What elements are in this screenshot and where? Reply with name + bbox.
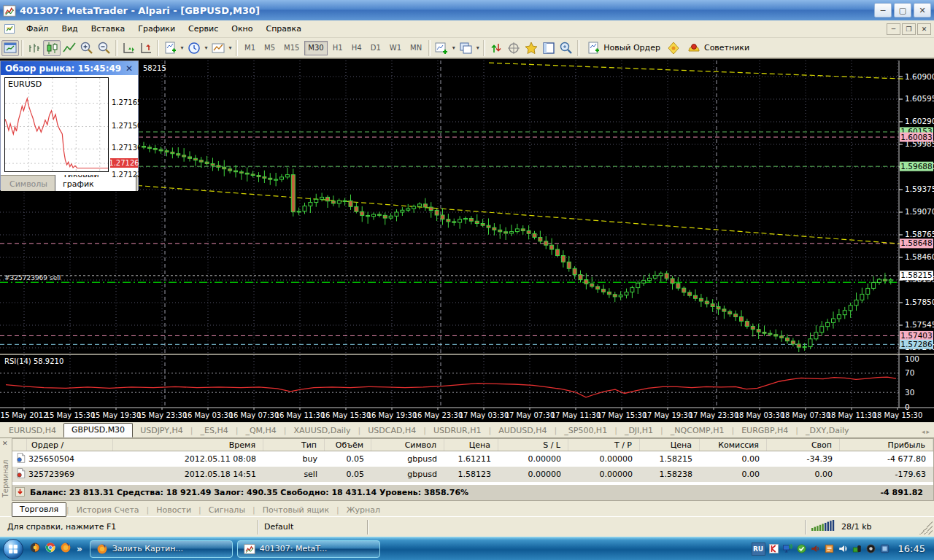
menu-справка[interactable]: Справка <box>259 22 307 36</box>
chart-tab--dxy-daily[interactable]: _DXY,Daily <box>798 424 857 438</box>
dictionary-icon[interactable] <box>824 543 835 555</box>
resize-grip[interactable] <box>918 520 933 534</box>
round-app-icon[interactable] <box>865 543 877 555</box>
chart-tab-gbpusd-m30[interactable]: GBPUSD,M30 <box>63 423 133 438</box>
metaeditor-button[interactable] <box>665 40 682 56</box>
chart-tab-usdjpy-h4[interactable]: USDJPY,H4 <box>133 424 190 438</box>
task-button-metatrader[interactable]: 401307: MetaT... <box>237 540 380 558</box>
tab-scroll-left[interactable]: ◂ <box>922 428 925 435</box>
terminal-tab-1[interactable]: История Счета <box>69 504 147 517</box>
line-chart-button[interactable] <box>61 40 78 56</box>
templates-button[interactable] <box>209 40 227 56</box>
chart-tab-eurgbp-h4[interactable]: EURGBP,H4 <box>734 424 795 438</box>
start-button[interactable] <box>3 539 23 559</box>
terminal-panel-button[interactable] <box>540 40 557 56</box>
dropdown-arrow-icon[interactable]: ▾ <box>179 40 185 56</box>
quick-launch-firefox[interactable] <box>60 542 72 556</box>
chart-window-button[interactable] <box>1 40 19 56</box>
column-header[interactable]: Цена <box>444 439 498 451</box>
terminal-tab-4[interactable]: Почтовый ящик <box>255 504 336 517</box>
green-check-icon[interactable] <box>796 543 808 555</box>
order-row[interactable]: 3257239692012.05.18 14:51sell0.05gbpusd1… <box>12 467 933 482</box>
timeframe-w1-button[interactable]: W1 <box>386 41 405 55</box>
profiles-button[interactable] <box>457 40 474 56</box>
tick-chart[interactable]: EURUSD <box>4 77 109 172</box>
chart-tab--es-h4[interactable]: _ES,H4 <box>193 424 235 438</box>
data-window-button[interactable] <box>487 40 505 56</box>
chart-tab--qm-h4[interactable]: _QM,H4 <box>238 424 283 438</box>
timeframe-m30-button[interactable]: M30 <box>304 41 327 55</box>
red-speaker-icon[interactable] <box>810 543 822 555</box>
chart-tab-eurusd-h4[interactable]: EURUSD,H4 <box>1 424 63 438</box>
dropdown-arrow-icon[interactable]: ▾ <box>450 40 457 56</box>
timeframe-m15-button[interactable]: M15 <box>280 41 303 55</box>
timeframe-d1-button[interactable]: D1 <box>367 41 385 55</box>
candlestick-chart-button[interactable] <box>43 40 61 56</box>
timeframe-m1-button[interactable]: M1 <box>241 41 259 55</box>
chart-tab-usdcad-h4[interactable]: USDCAD,H4 <box>360 424 423 438</box>
chart-tab--sp500-h1[interactable]: _SP500,H1 <box>557 424 614 438</box>
column-header[interactable]: Ордер / <box>27 439 113 451</box>
column-header[interactable]: S / L <box>498 439 568 451</box>
timeframe-m5-button[interactable]: M5 <box>260 41 279 55</box>
dropdown-arrow-icon[interactable]: ▾ <box>203 40 209 56</box>
language-indicator[interactable]: RU <box>752 542 765 556</box>
new-order-button[interactable]: Новый Ордер <box>582 40 665 56</box>
kaspersky-icon[interactable] <box>768 543 780 555</box>
chart-shift-button[interactable] <box>137 40 155 56</box>
objects-button[interactable] <box>522 40 540 56</box>
menu-вид[interactable]: Вид <box>55 22 84 36</box>
menu-окно[interactable]: Окно <box>225 22 259 36</box>
dropdown-arrow-icon[interactable]: ▾ <box>227 40 234 56</box>
indicators-button[interactable] <box>161 40 179 56</box>
tab-scroll-right[interactable]: ▸ <box>926 428 930 435</box>
chart-close-button[interactable]: ✕ <box>917 23 931 35</box>
auto-scroll-button[interactable] <box>120 40 137 56</box>
minimize-button[interactable]: ─ <box>874 3 892 18</box>
terminal-tab-5[interactable]: Журнал <box>339 504 387 517</box>
speaker-icon[interactable] <box>838 543 849 555</box>
market-watch-close-icon[interactable]: ✕ <box>123 63 135 74</box>
network-status-icon[interactable] <box>782 543 794 555</box>
dropdown-arrow-icon[interactable]: ▾ <box>474 40 481 56</box>
terminal-close-icon[interactable]: ✕ <box>2 440 8 447</box>
chart-tab-usdrur-h1[interactable]: USDRUR,H1 <box>426 424 489 438</box>
timeframe-mn-button[interactable]: MN <box>406 41 425 55</box>
column-header[interactable]: Время <box>113 439 263 451</box>
column-header[interactable]: Тип <box>263 439 325 451</box>
close-button[interactable]: ✕ <box>914 3 931 18</box>
orders-table-header[interactable]: Ордер /ВремяТипОбъёмСимволЦенаS / LT / P… <box>12 439 933 451</box>
order-row[interactable]: 3256505042012.05.11 08:08buy0.05gbpusd1.… <box>12 451 933 467</box>
task-button-firefox[interactable]: Залить Картин... <box>90 540 233 558</box>
bar-chart-button[interactable] <box>26 40 43 56</box>
new-chart-button[interactable] <box>433 40 450 56</box>
terminal-tab-trade[interactable]: Торговля <box>12 502 66 517</box>
advisors-button[interactable]: Советники <box>682 40 754 56</box>
timeframe-h1-button[interactable]: H1 <box>329 41 347 55</box>
terminal-tab-3[interactable]: Сигналы <box>201 504 252 517</box>
chart-tab-xauusd-daily[interactable]: XAUUSD,Daily <box>287 424 358 438</box>
menu-файл[interactable]: Файл <box>20 22 55 36</box>
chart-minimize-button[interactable]: ─ <box>887 23 900 35</box>
column-header[interactable]: Объём <box>325 439 371 451</box>
column-header[interactable]: Комиссия <box>700 439 767 451</box>
taskbar-clock[interactable]: 16:45 <box>894 543 931 554</box>
blue-app-icon[interactable] <box>879 543 891 555</box>
column-header[interactable]: Прибыль <box>840 439 933 451</box>
menu-вставка[interactable]: Вставка <box>85 22 132 36</box>
usb-device-icon[interactable] <box>852 543 863 555</box>
column-header[interactable]: Цена <box>640 439 700 451</box>
market-watch-titlebar[interactable]: Обзор рынка: 15:45:49 ✕ <box>1 61 138 75</box>
price-chart[interactable]: 15 May 201215 May 15:3015 May 19:3015 Ma… <box>0 59 934 422</box>
quick-launch-overflow[interactable]: » <box>75 544 84 554</box>
quick-launch-app1[interactable] <box>29 542 41 556</box>
maximize-button[interactable]: ▢ <box>894 3 911 18</box>
zoom-out-button[interactable] <box>96 40 113 56</box>
chart-tab-audusd-h4[interactable]: AUDUSD,H4 <box>491 424 554 438</box>
tester-button[interactable] <box>557 40 575 56</box>
chart-restore-button[interactable]: ❐ <box>902 23 916 35</box>
zoom-in-button[interactable] <box>78 40 96 56</box>
market-watch-tab-symbols[interactable]: Символы <box>2 178 55 191</box>
menu-сервис[interactable]: Сервис <box>182 22 225 36</box>
chart-tab--nqcomp-h1[interactable]: _NQCOMP,H1 <box>663 424 732 438</box>
